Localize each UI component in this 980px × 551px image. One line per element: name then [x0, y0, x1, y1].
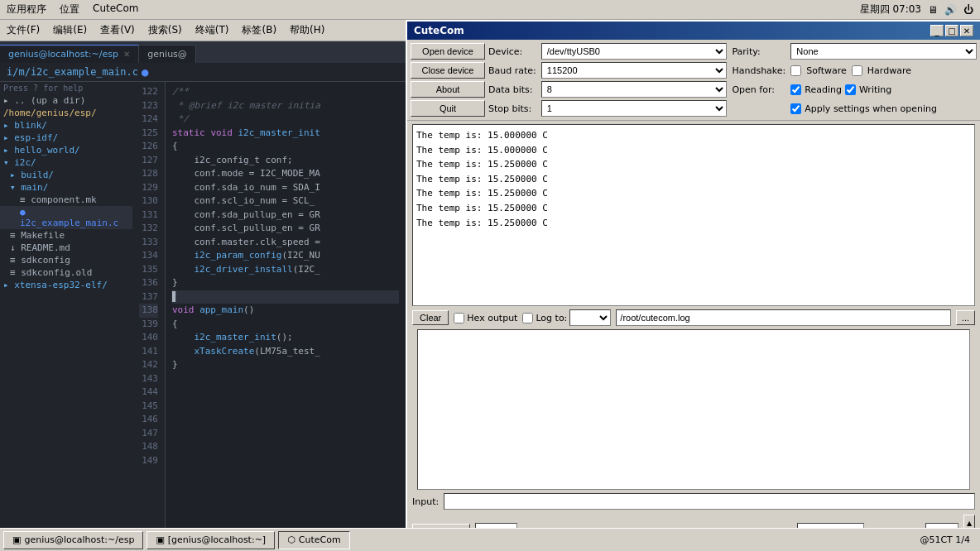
hex-output-option: Hex output — [454, 313, 517, 323]
output-section: The temp is: 15.000000 C The temp is: 15… — [407, 121, 980, 306]
sidebar-i2c-main[interactable]: ● i2c_example_main.c — [0, 206, 132, 229]
cutecom-title: CuteCom — [414, 25, 464, 36]
tab-esp[interactable]: genius@localhost:~/esp ✕ — [0, 45, 139, 63]
taskbar-cutecom[interactable]: ⬡ CuteCom — [278, 531, 349, 549]
menu-terminal[interactable]: 终端(T) — [192, 22, 233, 39]
sidebar-up-dir[interactable]: ▸ .. (up a dir) — [0, 94, 132, 107]
taskbar-terminal2[interactable]: ▣ [genius@localhost:~] — [147, 531, 275, 549]
about-button[interactable]: About — [411, 81, 485, 98]
apply-settings-checkbox[interactable] — [790, 103, 801, 114]
stop-bits-select[interactable]: 1 — [541, 100, 728, 117]
sidebar-esp-idf[interactable]: ▸ esp-idf/ — [0, 132, 132, 144]
sidebar-readme[interactable]: ↓ README.md — [0, 242, 132, 254]
editor-tabs: genius@localhost:~/esp ✕ genius@ — [0, 41, 406, 63]
sidebar-sdkconfig[interactable]: ≡ sdkconfig — [0, 254, 132, 266]
data-bits-label: Data bits: — [488, 84, 536, 95]
tab-genius-label: genius@ — [147, 49, 186, 60]
log-to-label: Log to: — [536, 313, 567, 323]
menu-file[interactable]: 文件(F) — [3, 22, 43, 39]
reading-label: Reading — [805, 84, 842, 95]
log-to-select[interactable] — [569, 309, 611, 326]
input-section — [407, 329, 980, 490]
menu-view[interactable]: 查看(V) — [97, 22, 138, 39]
cutecom-taskbar-icon: ⬡ — [287, 534, 295, 545]
sidebar-component-mk[interactable]: ≡ component.mk — [0, 194, 132, 206]
software-label: Software — [806, 65, 847, 76]
window-close-button[interactable]: ✕ — [960, 25, 973, 36]
output-line-4: The temp is: 15.250000 C — [416, 172, 971, 187]
sidebar-home-path: /home/genius/esp/ — [0, 107, 132, 119]
output-line-6: The temp is: 15.250000 C — [416, 201, 971, 216]
sidebar-hello-world[interactable]: ▸ hello_world/ — [0, 144, 132, 156]
sidebar-build[interactable]: ▸ build/ — [0, 169, 132, 181]
writing-checkbox[interactable] — [845, 84, 856, 95]
output-line-2: The temp is: 15.000000 C — [416, 143, 971, 158]
input-label: Input: — [412, 496, 439, 507]
terminal1-label: genius@localhost:~/esp — [24, 534, 134, 545]
hardware-checkbox[interactable] — [852, 65, 862, 76]
terminal2-icon: ▣ — [156, 534, 164, 545]
writing-label: Writing — [859, 84, 891, 95]
menu-edit[interactable]: 编辑(E) — [50, 22, 90, 39]
cutecom-menu[interactable]: CuteCom — [93, 2, 138, 17]
parity-select[interactable]: None — [790, 43, 977, 60]
apply-settings-row: Apply settings when opening — [790, 103, 977, 114]
code-editor[interactable]: /** * @brief i2c master initia */ static… — [166, 82, 406, 536]
close-device-button[interactable]: Close device — [411, 62, 485, 79]
sidebar-xtensa[interactable]: ▸ xtensa-esp32-elf/ — [0, 279, 132, 291]
open-for-options: Reading Writing — [790, 84, 977, 95]
location-menu[interactable]: 位置 — [60, 2, 79, 17]
output-area: The temp is: 15.000000 C The temp is: 15… — [412, 124, 975, 306]
handshake-options: Software Hardware — [790, 65, 977, 76]
stop-bits-label: Stop bits: — [488, 103, 536, 114]
sidebar-main[interactable]: ▾ main/ — [0, 181, 132, 194]
clear-button[interactable]: Clear — [412, 310, 449, 325]
command-input[interactable] — [444, 493, 975, 510]
sidebar-i2c[interactable]: ▾ i2c/ — [0, 156, 132, 169]
sidebar-sdkconfig-old[interactable]: ≡ sdkconfig.old — [0, 266, 132, 279]
system-bar-left: 应用程序 位置 CuteCom — [7, 2, 138, 17]
menu-help[interactable]: 帮助(H) — [286, 22, 328, 39]
open-device-button[interactable]: Open device — [411, 43, 485, 60]
quit-button[interactable]: Quit — [411, 100, 485, 117]
menu-search[interactable]: 搜索(S) — [145, 22, 185, 39]
volume-icon: 🔊 — [944, 4, 957, 16]
tab-close-icon[interactable]: ✕ — [123, 50, 130, 59]
software-checkbox[interactable] — [790, 65, 801, 76]
reading-checkbox[interactable] — [790, 84, 801, 95]
tab-esp-label: genius@localhost:~/esp — [8, 49, 118, 60]
sidebar-hint: Press ? for help — [0, 82, 132, 94]
cutecom-titlebar: CuteCom _ □ ✕ — [407, 22, 980, 40]
baud-rate-select[interactable]: 115200 — [541, 62, 728, 79]
line-numbers: 1221231241251261271281291301311321331341… — [132, 82, 166, 536]
maximize-button[interactable]: □ — [945, 25, 958, 36]
data-bits-select[interactable]: 8 — [541, 81, 728, 98]
log-browse-button[interactable]: ... — [956, 310, 975, 325]
sidebar-blink[interactable]: ▸ blink/ — [0, 119, 132, 132]
log-path-input[interactable] — [616, 309, 950, 326]
taskbar-right-text: @51CT 1/4 — [913, 534, 977, 545]
minimize-button[interactable]: _ — [930, 25, 944, 36]
file-tree: Press ? for help ▸ .. (up a dir) /home/g… — [0, 82, 132, 536]
hex-output-checkbox[interactable] — [454, 313, 464, 323]
modified-dot: ● — [142, 65, 148, 79]
menu-tags[interactable]: 标签(B) — [238, 22, 280, 39]
taskbar: ▣ genius@localhost:~/esp ▣ [genius@local… — [0, 528, 980, 551]
output-toolbar: Clear Hex output Log to: ... — [407, 306, 980, 329]
output-line-5: The temp is: 15.250000 C — [416, 186, 971, 201]
system-time: 星期四 07:03 — [860, 2, 921, 17]
hardware-label: Hardware — [867, 65, 911, 76]
sidebar-makefile[interactable]: ≡ Makefile — [0, 229, 132, 242]
network-icon: 🖥 — [928, 4, 938, 16]
apply-settings-label: Apply settings when opening — [805, 103, 937, 114]
input-area[interactable] — [417, 329, 970, 490]
tab-genius[interactable]: genius@ — [139, 45, 195, 63]
log-to-checkbox[interactable] — [522, 313, 533, 323]
input-row: Input: — [407, 490, 980, 513]
open-for-label: Open for: — [732, 84, 785, 95]
taskbar-terminal1[interactable]: ▣ genius@localhost:~/esp — [3, 531, 143, 549]
app-menu[interactable]: 应用程序 — [7, 2, 46, 17]
device-select[interactable]: /dev/ttyUSB0 — [541, 43, 728, 60]
baud-rate-label: Baud rate: — [488, 65, 536, 76]
terminal2-label: [genius@localhost:~] — [168, 534, 266, 545]
